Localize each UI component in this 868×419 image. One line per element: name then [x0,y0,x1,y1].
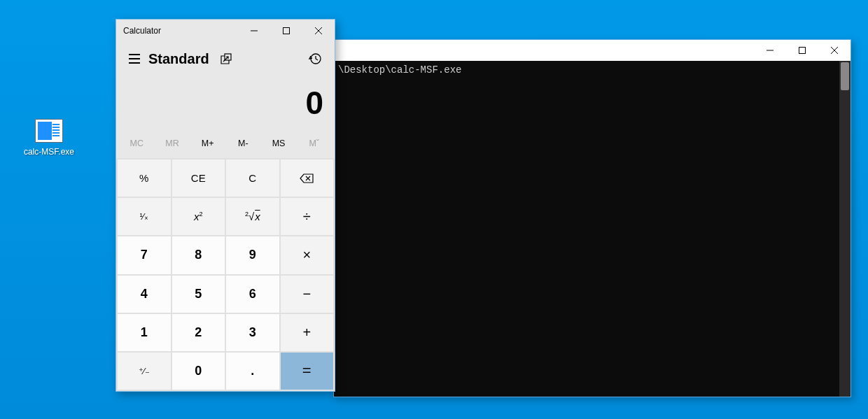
console-output-line: \Desktop\calc-MSF.exe [338,64,846,78]
clear-entry-key[interactable]: CE [172,159,225,197]
calculator-header: Standard [116,42,335,76]
memory-add-button[interactable]: M+ [190,133,225,154]
memory-recall-button[interactable]: MR [155,133,190,154]
calculator-maximize-button[interactable] [270,20,302,41]
backspace-key[interactable] [281,159,334,197]
decimal-key[interactable]: . [226,353,279,390]
memory-row: MC MR M+ M- MS Mˇ [116,133,335,158]
maximize-icon [799,47,806,54]
console-maximize-button[interactable] [786,40,818,61]
hamburger-icon [129,54,140,55]
calculator-close-button[interactable] [302,20,335,41]
minus-key[interactable]: − [281,276,334,313]
digit-0-key[interactable]: 0 [172,353,225,390]
desktop-icon-calc-msf[interactable]: calc-MSF.exe [22,119,76,157]
negate-key[interactable]: ⁺⁄₋ [118,353,171,390]
desktop[interactable]: calc-MSF.exe \Desktop\calc-MSF.exe Calcu… [0,0,868,419]
digit-8-key[interactable]: 8 [172,236,225,274]
calculator-keypad: % CE C ¹⁄ₓ x2 2√x ÷ 7 8 9 × 4 5 6 − 1 [116,158,335,391]
history-button[interactable] [302,46,328,71]
memory-store-button[interactable]: MS [261,133,297,154]
menu-button[interactable] [122,46,147,71]
digit-5-key[interactable]: 5 [172,276,225,313]
minimize-icon [766,47,774,54]
close-icon [831,47,838,54]
divide-key[interactable]: ÷ [281,198,334,235]
digit-2-key[interactable]: 2 [172,314,225,351]
console-window[interactable]: \Desktop\calc-MSF.exe [333,39,851,397]
reciprocal-key[interactable]: ¹⁄ₓ [118,198,171,235]
maximize-icon [283,27,290,34]
console-minimize-button[interactable] [754,40,786,61]
calculator-mode-label: Standard [148,51,209,67]
keep-on-top-button[interactable] [214,46,239,71]
calculator-title: Calculator [123,26,238,36]
clear-key[interactable]: C [226,159,279,197]
svg-rect-5 [284,28,290,34]
desktop-icon-label: calc-MSF.exe [22,147,76,157]
exe-icon [35,119,63,143]
memory-clear-button[interactable]: MC [119,133,155,154]
equals-key[interactable]: = [281,353,334,390]
close-icon [315,27,322,34]
console-close-button[interactable] [818,40,850,61]
console-scrollbar[interactable] [839,61,850,397]
keep-on-top-icon [220,53,232,64]
plus-key[interactable]: + [281,314,334,351]
calculator-titlebar[interactable]: Calculator [116,20,335,42]
memory-subtract-button[interactable]: M- [225,133,261,154]
calculator-window[interactable]: Calculator Standard [115,19,335,392]
multiply-key[interactable]: × [281,236,334,274]
minimize-icon [251,27,258,34]
console-scroll-thumb[interactable] [841,62,849,90]
svg-rect-1 [799,48,806,54]
digit-9-key[interactable]: 9 [226,236,279,274]
memory-list-button[interactable]: Mˇ [296,133,332,154]
console-body[interactable]: \Desktop\calc-MSF.exe [334,61,850,397]
percent-key[interactable]: % [118,159,171,197]
svg-line-9 [223,57,228,62]
console-titlebar[interactable] [334,40,850,61]
calculator-display: 0 [116,76,335,133]
backspace-icon [300,173,314,183]
digit-4-key[interactable]: 4 [118,276,171,313]
history-icon [309,52,321,65]
square-key[interactable]: x2 [172,198,225,235]
digit-6-key[interactable]: 6 [226,276,279,313]
calculator-minimize-button[interactable] [238,20,270,41]
digit-7-key[interactable]: 7 [118,236,171,274]
square-root-key[interactable]: 2√x [226,198,279,235]
digit-3-key[interactable]: 3 [226,314,279,351]
digit-1-key[interactable]: 1 [118,314,171,351]
